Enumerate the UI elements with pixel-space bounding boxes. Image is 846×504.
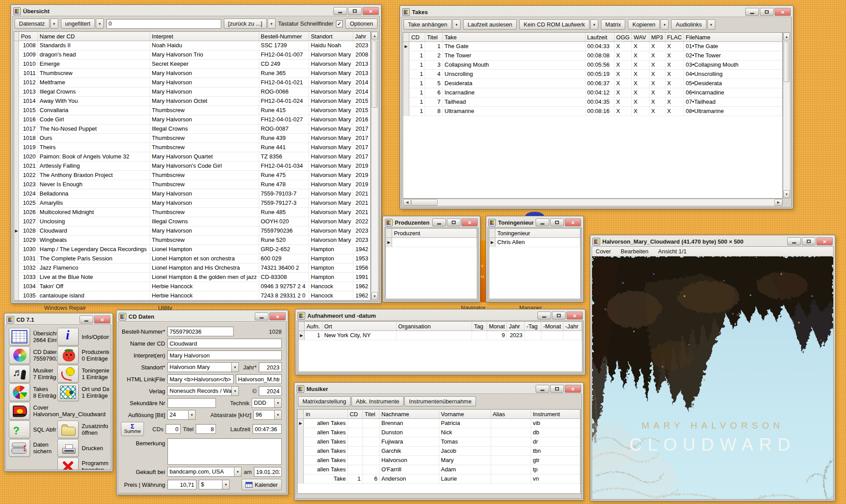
column-header[interactable]: Titel bbox=[363, 410, 379, 419]
launcher-button[interactable] bbox=[57, 458, 79, 470]
table-row[interactable]: 1 3 Collapsing Mouth 00:05:56 X X X X 03… bbox=[403, 60, 782, 70]
table-row[interactable]: 1 8 Ultramarine 00:08:16 X X X X 08•Ultr… bbox=[403, 107, 782, 116]
bemerkung-field[interactable] bbox=[167, 438, 282, 465]
kopieren-button[interactable]: Kopieren bbox=[628, 19, 660, 30]
table-row[interactable]: ▶ Chris Allen bbox=[489, 238, 580, 247]
launcher-button[interactable] bbox=[57, 421, 79, 438]
take-anhaengen-button[interactable]: Take anhängen bbox=[404, 19, 452, 30]
scroll-thumb[interactable] bbox=[372, 41, 378, 108]
launcher-button[interactable] bbox=[9, 328, 30, 346]
close-button[interactable]: × bbox=[94, 316, 110, 323]
datensatz-button[interactable]: Datensatz bbox=[15, 19, 49, 29]
table-row[interactable]: 1 7 Tailhead 00:04:35 X X X X 07•Tailhea… bbox=[403, 98, 782, 107]
table-row[interactable]: 1029 Wingbeats Thumbscrew Rune 520 Halvo… bbox=[14, 236, 370, 245]
column-header[interactable]: Interpret bbox=[150, 32, 259, 41]
column-header[interactable]: Jahr bbox=[353, 32, 370, 41]
column-header[interactable]: FLAC bbox=[665, 33, 684, 42]
titlebar[interactable]: Produzenten × bbox=[384, 218, 479, 227]
launcher-button[interactable] bbox=[57, 439, 79, 457]
titlebar[interactable]: CD Daten × bbox=[118, 312, 287, 321]
column-header[interactable]: Vorname bbox=[439, 410, 491, 419]
abtastrate-dropdown-arrow-icon[interactable] bbox=[274, 410, 282, 420]
waehrung-select[interactable]: $ bbox=[199, 480, 230, 489]
standort-select[interactable]: Halvorson Mary bbox=[167, 362, 239, 372]
take-anhaengen-dropdown-arrow-icon[interactable] bbox=[453, 19, 461, 30]
launcher-button[interactable] bbox=[57, 346, 79, 364]
optionen-button[interactable]: Optionen bbox=[345, 19, 378, 29]
column-header[interactable]: Monat bbox=[487, 322, 507, 331]
sekundaer-field[interactable] bbox=[167, 398, 216, 408]
launcher-button[interactable] bbox=[57, 328, 79, 346]
abtastrate-select[interactable]: 96 bbox=[253, 410, 282, 420]
waehrung-dropdown-arrow-icon[interactable] bbox=[222, 480, 230, 489]
launcher-button[interactable] bbox=[9, 384, 30, 401]
table-row[interactable]: 1025 Amaryllis Mary Halvorson 7559-79127… bbox=[14, 199, 370, 208]
table-row[interactable]: Take 1 6 Anderson Laurie vn bbox=[298, 474, 580, 484]
audiolinks-dropdown-arrow-icon[interactable] bbox=[707, 19, 715, 30]
kalender-button[interactable]: Kalender bbox=[242, 479, 282, 490]
table-row[interactable]: 1014 Away With You Mary Halvorson Octet … bbox=[14, 97, 370, 106]
desktop-label-windows-repair[interactable]: Windows Repair bbox=[44, 305, 86, 311]
column-header[interactable]: Take bbox=[442, 33, 585, 42]
column-header[interactable]: MP3 bbox=[649, 33, 665, 42]
scroll-left-icon[interactable]: ◀ bbox=[403, 199, 411, 206]
column-header[interactable]: WAV bbox=[631, 33, 649, 42]
minimize-button[interactable] bbox=[536, 385, 549, 393]
column-header[interactable]: Titel bbox=[425, 33, 443, 42]
menu-bearbeiten[interactable]: Bearbeiten bbox=[621, 248, 649, 255]
bestellnummer-field[interactable] bbox=[167, 327, 234, 336]
htmllink-field[interactable] bbox=[167, 374, 234, 384]
table-row[interactable]: 1012 Meltframe Mary Halvorson FH12-04-01… bbox=[14, 78, 370, 87]
column-header[interactable]: CD bbox=[409, 33, 425, 42]
launcher-button[interactable] bbox=[9, 421, 30, 438]
scroll-up-icon[interactable]: ▲ bbox=[371, 32, 378, 40]
verlag-dropdown-arrow-icon[interactable] bbox=[231, 386, 239, 396]
table-row[interactable]: 1011 Thumbscrew Mary Halvorson Rune 365 … bbox=[14, 69, 370, 78]
filter-button[interactable]: ungefiltert bbox=[61, 19, 95, 29]
menu-cover[interactable]: Cover bbox=[596, 248, 611, 255]
gekauft-dropdown-arrow-icon[interactable] bbox=[234, 467, 242, 477]
name-field[interactable] bbox=[167, 339, 282, 348]
column-header[interactable]: Aufn. bbox=[305, 322, 322, 331]
horizontal-scrollbar[interactable]: ◀ ▶ bbox=[403, 199, 783, 206]
copyright-field[interactable] bbox=[259, 386, 282, 396]
column-header[interactable]: Nachname bbox=[379, 410, 439, 419]
technik-select[interactable]: DDD bbox=[252, 398, 282, 408]
table-row[interactable]: 1013 Illegal Crowns Mary Halvorson ROG-0… bbox=[14, 87, 370, 97]
kaufdatum-field[interactable] bbox=[254, 467, 282, 477]
vertical-scrollbar[interactable]: ▲ ▼ bbox=[783, 32, 790, 199]
zurueck-button[interactable]: [zurück zu ...] bbox=[224, 19, 267, 29]
titlebar[interactable]: Halvorson_Mary_Cloudward (41.470 byte) 5… bbox=[592, 237, 834, 246]
table-row[interactable]: ▶ bbox=[386, 238, 477, 247]
launcher-button[interactable] bbox=[9, 365, 30, 383]
table-row[interactable]: 1035 cantaloupe island Herbie Hancock 72… bbox=[14, 291, 370, 301]
close-button[interactable]: × bbox=[774, 8, 791, 16]
table-row[interactable]: 1023 Never Is Enough Thumbscrew Rune 478… bbox=[14, 180, 370, 189]
aufloesung-select[interactable]: 24 bbox=[167, 410, 196, 420]
maximize-button[interactable] bbox=[802, 237, 816, 245]
titlebar[interactable]: CD 7.1 × bbox=[6, 315, 111, 324]
launcher-button[interactable] bbox=[9, 402, 30, 420]
column-header[interactable]: Produzent bbox=[392, 229, 477, 238]
table-row[interactable]: 1019 Theirs Thumbscrew Rune 441 Halvorso… bbox=[14, 143, 370, 152]
menu-ansicht[interactable]: Ansicht 1/1 bbox=[658, 248, 687, 255]
cdrom-dropdown-arrow-icon[interactable] bbox=[590, 19, 598, 30]
table-row[interactable]: allen Takes Halvorson Mary gtr bbox=[298, 456, 580, 465]
table-row[interactable]: 1032 Jazz Flamenco Lionel Hampton and Hi… bbox=[14, 263, 370, 273]
technik-dropdown-arrow-icon[interactable] bbox=[274, 398, 282, 408]
scroll-thumb[interactable] bbox=[784, 41, 789, 82]
maximize-button[interactable] bbox=[552, 312, 566, 320]
column-header[interactable]: in bbox=[304, 410, 348, 419]
vertical-scrollbar[interactable]: ▲ ▼ bbox=[371, 31, 378, 301]
table-row[interactable]: ▶ allen Takes Brennan Patricia vib bbox=[298, 419, 580, 428]
cds-field[interactable] bbox=[166, 424, 181, 434]
standort-dropdown-arrow-icon[interactable] bbox=[231, 362, 239, 372]
titlebar[interactable]: Aufnahmeort und -datum × bbox=[297, 311, 584, 320]
table-row[interactable]: 1 4 Unscrolling 00:05:19 X X X X 04•Unsc… bbox=[403, 70, 782, 79]
column-header[interactable]: Toningenieur bbox=[495, 229, 580, 238]
maximize-button[interactable] bbox=[348, 7, 362, 15]
table-row[interactable]: allen Takes Garchik Jacob tbn bbox=[298, 447, 580, 456]
scroll-down-icon[interactable]: ▼ bbox=[371, 292, 378, 300]
instrumentenuebernahme-button[interactable]: Instrumentenübernahme bbox=[404, 396, 476, 406]
scroll-track[interactable] bbox=[438, 199, 774, 206]
